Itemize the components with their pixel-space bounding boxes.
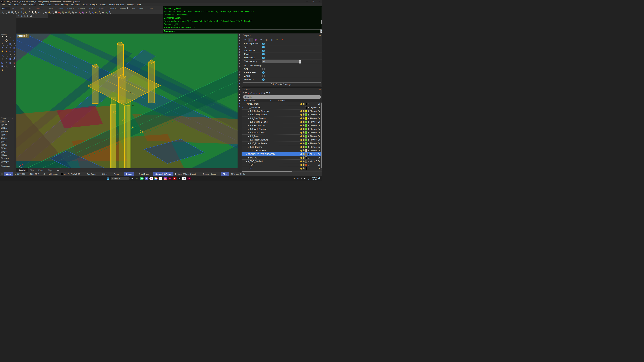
cplane-icon[interactable]: ⊘	[64, 11, 68, 14]
move-layer-up-icon[interactable]: ▲	[253, 92, 255, 94]
layer-row[interactable]: TEXT Co	[242, 163, 322, 167]
toolbar-tab[interactable]: Curve T...	[66, 7, 77, 10]
whatsapp-icon[interactable]: ✆	[140, 177, 144, 180]
check-icon[interactable]: ✓	[8, 64, 12, 68]
car-icon[interactable]: ▬	[58, 11, 61, 14]
new-file-icon[interactable]: ▯	[1, 11, 4, 14]
expand-arrow-icon[interactable]: ▸	[248, 117, 250, 119]
pyramid-point-icon[interactable]: ▲	[0, 68, 4, 72]
cplane-top-icon[interactable]: ▦	[238, 56, 242, 59]
display-gear-icon[interactable]: ⚙	[319, 34, 321, 36]
expand-arrow-icon[interactable]: ▸	[246, 160, 248, 162]
expand-arrow-icon[interactable]: ▸	[248, 114, 250, 115]
layer-row[interactable]: ▸ 1.8_Posts Plywoo Co	[242, 135, 322, 138]
lock-icon[interactable]	[303, 139, 304, 141]
cone-icon[interactable]: ◣	[95, 11, 98, 14]
camera-icon[interactable]: ◙	[259, 38, 264, 42]
checkbox[interactable]	[1, 137, 2, 139]
bulb-icon[interactable]	[300, 153, 302, 155]
lock-icon[interactable]	[303, 143, 304, 144]
color-wheel-icon[interactable]: ◉	[81, 11, 84, 14]
layer-row[interactable]: ▸ 1.9_Floor Structure Plywoo Co	[242, 138, 322, 142]
tree-list-icon[interactable]: ☰	[275, 38, 280, 42]
layer-color-swatch[interactable]	[305, 138, 307, 141]
lock-icon[interactable]	[303, 117, 304, 119]
teams-icon[interactable]: T	[145, 177, 148, 180]
extrude-icon[interactable]: ⇑	[4, 61, 8, 64]
trim-icon[interactable]: ◤	[8, 50, 12, 53]
layer-color-swatch[interactable]	[305, 117, 307, 120]
smash-icon[interactable]: ✸	[4, 50, 8, 53]
collapse-all-icon[interactable]: ◀	[259, 92, 260, 94]
osnap-option[interactable]: Near	[0, 126, 14, 130]
bulb-icon[interactable]	[300, 142, 302, 144]
task-view-icon[interactable]: ▣	[131, 177, 134, 180]
bulb-icon[interactable]	[300, 146, 302, 148]
lock-icon[interactable]	[303, 110, 304, 112]
pan-hand-icon[interactable]: ✥	[31, 11, 34, 14]
layer-color-swatch[interactable]	[305, 121, 307, 123]
bulb-icon[interactable]	[300, 117, 302, 119]
layer-row[interactable]: ▸ 1.11_Covers Plywoo Co	[242, 145, 322, 149]
zoom-selected-icon[interactable]: ◉	[48, 11, 51, 14]
cplane-back-icon[interactable]: ◀	[238, 96, 242, 99]
material-dot-icon[interactable]	[308, 153, 309, 155]
tray-chevron-icon[interactable]: ∧	[294, 177, 296, 180]
cplane-save-icon[interactable]: ▣	[238, 73, 242, 76]
ellipse-icon[interactable]: ◯	[4, 38, 8, 42]
cplane-front-icon[interactable]: ▦	[238, 59, 242, 62]
layer-color-swatch[interactable]	[305, 164, 307, 166]
lock-icon[interactable]	[303, 157, 304, 159]
indesign-icon[interactable]: Id	[168, 177, 172, 180]
menu-item[interactable]: SubD	[38, 3, 45, 6]
material-dot-icon[interactable]	[308, 157, 309, 159]
cplane-sphere-icon[interactable]: ◙	[238, 45, 242, 47]
explode-icon[interactable]: ✱	[0, 50, 4, 53]
status-toggle[interactable]: Auto CPlane (Object)	[176, 172, 198, 176]
osnap-option[interactable]: Point	[0, 130, 14, 133]
status-toggle[interactable]: Grid Snap	[85, 172, 98, 176]
toolbar-tab[interactable]: CPla...	[147, 7, 156, 10]
notifications-bell-icon[interactable]: ●	[280, 38, 285, 42]
lock-icon[interactable]	[303, 164, 304, 166]
lock-icon[interactable]	[303, 146, 304, 148]
solid-tools-icon[interactable]: ◧	[0, 61, 4, 64]
expand-arrow-icon[interactable]: ▸	[248, 121, 250, 123]
menu-item[interactable]: Window	[126, 3, 136, 6]
cplane-export-icon[interactable]: ▦	[238, 79, 242, 82]
cplane-grid-options-icon[interactable]: ▤	[238, 71, 242, 73]
status-toggle[interactable]: Record History	[201, 172, 218, 176]
polygon-icon[interactable]: ◇	[0, 42, 4, 46]
toolbar-tab[interactable]: Solid T...	[88, 7, 98, 10]
filter-tool-icon[interactable]: ◈	[26, 14, 29, 17]
shade-icon[interactable]: ◐	[36, 14, 38, 17]
lock-icon[interactable]	[303, 114, 304, 115]
layer-row[interactable]: ▸ 2DOUGLAS_TAR TREATED Physica Co	[242, 152, 322, 156]
viewport-layout-icon[interactable]: ▦	[54, 11, 57, 14]
delete-layer-icon[interactable]: ✕	[248, 92, 250, 94]
osnap-tab-filter[interactable]: ▼	[6, 120, 12, 123]
cplane-object-icon[interactable]: ▦	[238, 42, 242, 45]
layer-search[interactable]: ○	[242, 95, 321, 99]
cplane-select-icon[interactable]: ➤	[238, 68, 242, 70]
cplane-forward-icon[interactable]: ▶	[238, 99, 242, 102]
notes-icon[interactable]: ▤	[30, 14, 32, 17]
render-globe-icon[interactable]: ●	[105, 11, 108, 14]
layer-row[interactable]: ▸ 4_TAR_Vindtæt Wood F Co	[242, 160, 322, 163]
expand-arrow-icon[interactable]: ▸	[248, 135, 250, 137]
menu-item[interactable]: Edit	[6, 3, 13, 6]
select-icon[interactable]: ➤	[0, 35, 4, 38]
layer-color-swatch[interactable]	[305, 110, 307, 112]
material-dot-icon[interactable]	[308, 150, 309, 151]
surface-grid-icon[interactable]: ▨	[12, 46, 16, 50]
material-dot-icon[interactable]	[308, 161, 309, 162]
layer-color-swatch[interactable]	[305, 135, 307, 138]
lock-icon[interactable]	[303, 153, 304, 155]
layer-row[interactable]: ▸ 1.10_Floor Panels Plywoo Co	[242, 142, 322, 145]
volume-muted-icon[interactable]	[304, 178, 306, 179]
lock-icon[interactable]	[303, 168, 304, 169]
checkbox[interactable]	[262, 53, 264, 55]
toolbar-tab[interactable]: Transf...	[56, 7, 66, 10]
history-icon[interactable]: ↻	[17, 14, 20, 17]
osnap-option[interactable]: Project	[0, 160, 14, 163]
